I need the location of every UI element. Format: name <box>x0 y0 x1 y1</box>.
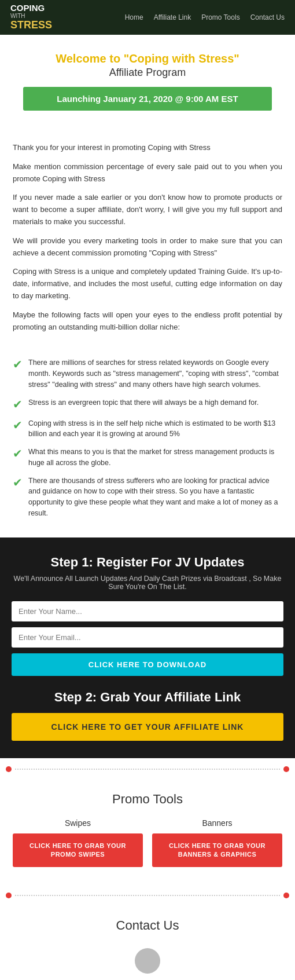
nav-home-link[interactable]: Home <box>125 13 143 21</box>
logo-stress: STRESS <box>10 19 52 31</box>
step2-title: Step 2: Grab Your Affiliate Link <box>12 690 283 705</box>
step1-title: Step 1: Register For JV Updates <box>12 555 283 570</box>
divider-2 <box>0 884 295 906</box>
dot-left-2 <box>6 893 12 898</box>
nav-links: Home Affiliate Link Promo Tools Contact … <box>125 13 285 21</box>
hero-brand: "Coping with Stress" <box>124 52 239 65</box>
logo: COPING WITH STRESS <box>10 3 52 32</box>
launch-bar: Launching January 21, 2020 @ 9:00 AM EST <box>23 87 272 111</box>
name-input[interactable] <box>12 601 283 621</box>
navigation: COPING WITH STRESS Home Affiliate Link P… <box>0 0 295 35</box>
intro-p2: Make mention commission percentage of ev… <box>13 161 282 185</box>
hero-section: Welcome to "Coping with Stress" Affiliat… <box>0 35 295 130</box>
list-item: ✔ There are millions of searches for str… <box>13 357 282 390</box>
contact-title: Contact Us <box>13 918 282 933</box>
step1-subtitle: We'll Announce All Launch Updates And Da… <box>12 575 283 591</box>
hero-welcome: Welcome to <box>56 52 123 65</box>
list-item: ✔ There are thousands of stress sufferer… <box>13 476 282 519</box>
hero-subtitle: Affiliate Program <box>12 67 283 79</box>
bullet-text-2: Stress is an evergreen topic that there … <box>28 397 259 408</box>
check-icon: ✔ <box>13 357 23 371</box>
intro-section: Thank you for your interest in promoting… <box>0 130 295 352</box>
dot-right <box>283 766 289 772</box>
banners-button[interactable]: CLICK HERE TO GRAB YOUR BANNERS & GRAPHI… <box>152 833 282 868</box>
intro-p3: If you never made a sale earlier or you … <box>13 192 282 228</box>
promo-columns: Swipes CLICK HERE TO GRAB YOUR PROMO SWI… <box>13 818 282 868</box>
affiliate-link-button[interactable]: CLICK HERE TO GET YOUR AFFILIATE LINK <box>12 713 283 741</box>
dotted-line <box>15 769 280 770</box>
download-button[interactable]: CLICK HERE TO DOWNLOAD <box>12 653 283 676</box>
swipes-label: Swipes <box>13 818 143 828</box>
check-icon: ✔ <box>13 447 23 460</box>
avatar <box>121 942 174 980</box>
hero-title: Welcome to "Coping with Stress" <box>12 52 283 65</box>
bullet-text-5: There are thousands of stress sufferers … <box>28 476 282 519</box>
nav-contact-link[interactable]: Contact Us <box>250 13 285 21</box>
nav-affiliate-link[interactable]: Affiliate Link <box>154 13 191 21</box>
bullet-text-3: Coping with stress is in the self help n… <box>28 418 282 440</box>
intro-p6: Maybe the following facts will open your… <box>13 309 282 334</box>
list-item: ✔ Stress is an evergreen topic that ther… <box>13 397 282 411</box>
logo-with: WITH <box>10 13 52 19</box>
contact-section: Contact Us f FACEBOOK S SKYPE ✉ EMAIL <box>0 906 295 980</box>
dot-right-2 <box>283 893 289 898</box>
logo-coping: COPING <box>10 3 52 13</box>
banners-label: Banners <box>152 818 282 828</box>
intro-p5: Coping with Stress is a unique and compl… <box>13 266 282 302</box>
dotted-line-2 <box>15 895 280 896</box>
promo-swipes-col: Swipes CLICK HERE TO GRAB YOUR PROMO SWI… <box>13 818 143 868</box>
promo-banners-col: Banners CLICK HERE TO GRAB YOUR BANNERS … <box>152 818 282 868</box>
swipes-button[interactable]: CLICK HERE TO GRAB YOUR PROMO SWIPES <box>13 833 143 868</box>
intro-p4: We will provide you every marketing tool… <box>13 235 282 259</box>
check-icon: ✔ <box>13 418 23 432</box>
check-icon: ✔ <box>13 397 23 411</box>
dark-section: Step 1: Register For JV Updates We'll An… <box>0 537 295 758</box>
divider-1 <box>0 758 295 780</box>
bullet-text-4: What this means to you is that the marke… <box>28 447 282 469</box>
check-icon: ✔ <box>13 476 23 489</box>
intro-p1: Thank you for your interest in promoting… <box>13 142 282 154</box>
nav-promo-link[interactable]: Promo Tools <box>201 13 239 21</box>
dark-section-inner: Step 1: Register For JV Updates We'll An… <box>0 537 295 758</box>
list-item: ✔ What this means to you is that the mar… <box>13 447 282 469</box>
promo-section: Promo Tools Swipes CLICK HERE TO GRAB YO… <box>0 780 295 885</box>
email-input[interactable] <box>12 627 283 648</box>
svg-point-0 <box>135 948 160 974</box>
dot-left <box>6 766 12 772</box>
promo-title: Promo Tools <box>13 792 282 807</box>
list-item: ✔ Coping with stress is in the self help… <box>13 418 282 440</box>
bullet-text-1: There are millions of searches for stres… <box>28 357 282 390</box>
bullet-list: ✔ There are millions of searches for str… <box>0 352 295 537</box>
avatar-container <box>13 942 282 980</box>
